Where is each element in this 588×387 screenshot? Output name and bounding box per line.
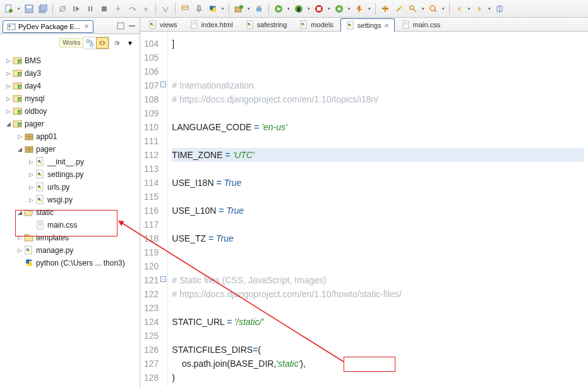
editor-tab-settings[interactable]: settings✕ [340, 18, 395, 32]
resume-icon[interactable] [70, 3, 83, 15]
builder-icon[interactable] [379, 3, 392, 15]
dropdown-icon[interactable]: ▾ [16, 3, 21, 15]
tree-item-pager[interactable]: ◢pager [0, 143, 140, 156]
tree-twisty-icon[interactable]: ▷ [4, 83, 13, 89]
fold-marker-icon[interactable]: − [160, 82, 166, 87]
dropdown-icon[interactable]: ▾ [306, 3, 311, 15]
code-line[interactable] [172, 259, 584, 273]
new-package-icon[interactable] [232, 3, 245, 15]
tree-twisty-icon[interactable]: ▷ [4, 108, 13, 114]
pin-icon[interactable] [193, 3, 205, 15]
code-line[interactable]: # Static files (CSS, JavaScript, Images) [172, 273, 584, 287]
tree-item-main-css[interactable]: ▷main.css [0, 219, 140, 231]
code-content[interactable]: ]# Internationalization# https://docs.dj… [168, 32, 588, 387]
tree-twisty-icon[interactable]: ◢ [15, 146, 24, 152]
cursor-location-icon[interactable] [493, 3, 506, 15]
new-file-icon[interactable] [3, 3, 15, 15]
terminate-icon[interactable] [98, 3, 111, 15]
tree-twisty-icon[interactable]: ◢ [4, 121, 13, 127]
editor-tab-index-html[interactable]: index.html [184, 18, 239, 31]
dropdown-icon[interactable]: ▾ [246, 3, 251, 15]
code-line[interactable] [172, 301, 584, 315]
code-line[interactable] [172, 51, 584, 64]
editor-tab-models[interactable]: models [294, 18, 339, 31]
code-line[interactable]: os.path.join(BASE_DIR,'static'), [172, 357, 584, 371]
focus-task-icon[interactable] [111, 37, 123, 49]
code-line[interactable] [172, 218, 584, 231]
dropdown-icon[interactable]: ▾ [347, 3, 352, 15]
code-line[interactable]: STATIC_URL = '/static/' [172, 315, 584, 329]
suspend-icon[interactable] [84, 3, 97, 15]
tree-item-python---c--users-----thon3-[interactable]: ▷python (C:\Users ... thon3) [0, 257, 140, 269]
step-return-icon[interactable] [140, 3, 152, 15]
run-external-icon[interactable] [313, 3, 325, 15]
step-over-icon[interactable] [126, 3, 138, 15]
tree-item-oldboy[interactable]: ▷djoldboy [0, 105, 140, 118]
tree-twisty-icon[interactable]: ▷ [4, 95, 13, 102]
code-line[interactable] [172, 162, 584, 176]
code-line[interactable] [172, 134, 584, 148]
dropdown-icon[interactable]: ▾ [487, 3, 492, 15]
close-icon[interactable]: ✕ [84, 23, 89, 30]
code-line[interactable]: # Internationalization [172, 78, 584, 92]
tree-item-mysql[interactable]: ▷djmysql [0, 92, 140, 105]
tree-item-templates[interactable]: ▷templates [0, 231, 140, 244]
dropdown-icon[interactable]: ▾ [327, 3, 332, 15]
tree-item-urls-py[interactable]: ▷urls.py [0, 181, 140, 194]
step-into-icon[interactable] [112, 3, 124, 15]
tree-twisty-icon[interactable]: ▷ [27, 171, 35, 178]
plugin-icon[interactable] [253, 3, 265, 15]
code-line[interactable]: ] [172, 37, 584, 51]
tree-twisty-icon[interactable]: ▷ [27, 197, 35, 203]
tree-item-static[interactable]: ◢static [0, 206, 140, 219]
code-line[interactable]: USE_I18N = True [172, 176, 584, 190]
step-filter-icon[interactable] [159, 3, 172, 15]
minimize-icon[interactable] [116, 21, 126, 31]
tree-item-settings-py[interactable]: ▷settings.py [0, 168, 140, 181]
coverage-icon[interactable] [333, 3, 345, 15]
code-line[interactable]: ) [172, 371, 584, 384]
editor-tab-main-css[interactable]: main.css [396, 18, 446, 31]
tree-item-app01[interactable]: ▷app01 [0, 130, 140, 143]
dropdown-icon[interactable]: ▾ [441, 3, 446, 15]
key-icon[interactable] [407, 3, 419, 15]
tree-twisty-icon[interactable]: ▷ [27, 159, 35, 165]
code-line[interactable]: # https://docs.djangoproject.com/en/1.10… [172, 92, 584, 106]
code-editor[interactable]: 104105106107−108109110111112113114115116… [140, 32, 588, 387]
save-all-icon[interactable] [37, 3, 49, 15]
editor-tab-safestring[interactable]: safestring [240, 18, 293, 31]
tree-item---init---py[interactable]: ▷__init__.py [0, 156, 140, 168]
tree-twisty-icon[interactable]: ▷ [15, 133, 24, 140]
wand-icon[interactable] [393, 3, 405, 15]
package-tree[interactable]: ▷djBMS▷djday3▷djday4▷djmysql▷djoldboy◢dj… [0, 52, 140, 387]
dropdown-icon[interactable]: ▾ [286, 3, 291, 15]
explorer-tab[interactable]: PyDev Package E... ✕ [3, 20, 93, 33]
link-with-editor-icon[interactable] [96, 37, 109, 49]
search-icon[interactable] [427, 3, 440, 15]
torch-icon[interactable] [353, 3, 366, 15]
run-icon[interactable] [272, 3, 285, 15]
task-icon[interactable] [179, 3, 191, 15]
dropdown-icon[interactable]: ▾ [467, 3, 472, 15]
tree-item-day4[interactable]: ▷djday4 [0, 80, 140, 92]
code-line[interactable] [172, 106, 584, 120]
tree-item-manage-py[interactable]: ▷manage.py [0, 244, 140, 257]
tree-item-pager[interactable]: ◢djpager [0, 118, 140, 130]
tree-twisty-icon[interactable]: ◢ [15, 209, 24, 216]
skip-breakpoints-icon[interactable] [56, 3, 69, 15]
save-icon[interactable] [23, 3, 35, 15]
tree-item-bms[interactable]: ▷djBMS [0, 54, 140, 67]
code-line[interactable] [172, 329, 584, 343]
tree-item-day3[interactable]: ▷djday3 [0, 67, 140, 80]
tree-twisty-icon[interactable]: ▷ [15, 247, 24, 254]
code-line[interactable]: # https://docs.djangoproject.com/en/1.10… [172, 287, 584, 301]
dropdown-icon[interactable]: ▾ [220, 3, 225, 15]
code-line[interactable]: TIME_ZONE = 'UTC' [172, 148, 584, 162]
view-menu-icon[interactable]: ▾ [124, 37, 136, 49]
dropdown-icon[interactable]: ▾ [421, 3, 426, 15]
code-line[interactable]: STATICFILES_DIRS=( [172, 343, 584, 357]
debug-icon[interactable] [292, 3, 305, 15]
code-line[interactable] [172, 245, 584, 259]
tree-twisty-icon[interactable]: ▷ [4, 70, 13, 77]
dropdown-icon[interactable]: ▾ [367, 3, 372, 15]
